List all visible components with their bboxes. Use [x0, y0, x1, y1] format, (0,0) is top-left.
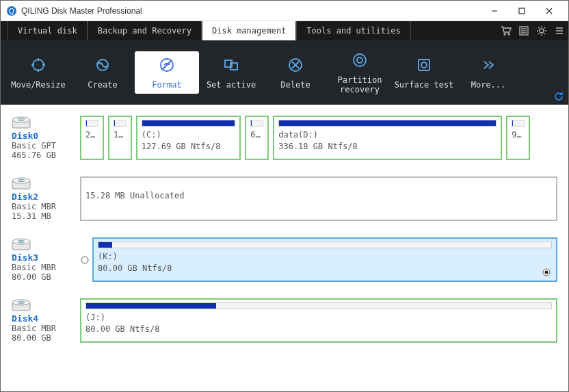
partition[interactable]: 99...	[506, 116, 530, 160]
usage-bar	[114, 120, 127, 127]
usage-bar	[512, 120, 525, 127]
svg-line-19	[162, 60, 172, 70]
svg-point-31	[18, 118, 25, 120]
tool-label: Move/Resize	[11, 80, 65, 90]
partition[interactable]: 65...	[245, 116, 269, 160]
settings-icon[interactable]	[533, 21, 551, 40]
svg-point-6	[504, 34, 505, 35]
partition-size: 65...	[250, 129, 263, 141]
window-title: QILING Disk Master Professional	[21, 6, 481, 16]
partition[interactable]: (J:)80.00 GB Ntfs/8	[80, 298, 557, 343]
partition-container: 26...16...(C:)127.69 GB Ntfs/865...data(…	[80, 116, 557, 160]
tool-more[interactable]: More...	[456, 51, 520, 94]
tool-partition-recovery[interactable]: Partition recovery	[328, 47, 392, 99]
tool-move-resize[interactable]: Move/Resize	[6, 51, 70, 94]
format-icon	[157, 55, 176, 75]
disk-info: Disk2Basic MBR15.31 MB	[12, 177, 80, 221]
svg-point-7	[508, 34, 510, 35]
create-icon	[93, 55, 112, 75]
move-resize-icon	[29, 55, 48, 75]
minimize-button[interactable]	[481, 1, 508, 21]
svg-point-26	[357, 57, 362, 63]
partition[interactable]: 16...	[108, 116, 132, 160]
partition-size: 336.18 GB Ntfs/8	[278, 141, 497, 153]
set-active-icon	[222, 55, 241, 75]
partition-label: (C:)	[142, 129, 236, 141]
partition-label: data(D:)	[278, 129, 497, 141]
partition[interactable]: (C:)127.69 GB Ntfs/8	[136, 116, 241, 160]
svg-point-38	[81, 257, 88, 263]
disk-info: Disk4Basic MBR80.00 GB	[12, 298, 80, 343]
title-bar: Q QILING Disk Master Professional	[1, 1, 568, 21]
tool-surface-test[interactable]: Surface test	[392, 51, 456, 94]
partition[interactable]: (K:)80.00 GB Ntfs/8	[92, 237, 557, 282]
partition[interactable]: data(D:)336.18 GB Ntfs/8	[273, 116, 502, 160]
usage-bar	[85, 120, 98, 127]
svg-point-16	[33, 60, 44, 70]
more-icon	[479, 55, 498, 75]
svg-point-34	[18, 179, 25, 181]
usage-bar	[142, 120, 236, 127]
disk-type: Basic MBR	[12, 202, 80, 211]
disk-type: Basic GPT	[12, 141, 80, 151]
tool-create[interactable]: Create	[70, 51, 135, 94]
partition-radio[interactable]	[542, 268, 551, 276]
tab-disk-management[interactable]: Disk management	[202, 21, 296, 40]
close-button[interactable]	[535, 1, 563, 21]
disk-name: Disk2	[12, 192, 80, 202]
maximize-button[interactable]	[508, 1, 535, 21]
svg-point-25	[354, 54, 366, 66]
svg-point-40	[545, 271, 548, 274]
svg-point-28	[421, 62, 427, 68]
tool-delete[interactable]: Delete	[263, 51, 328, 94]
tool-set-active[interactable]: Set active	[199, 51, 263, 94]
tool-label: Format	[152, 80, 181, 90]
tool-format[interactable]: Format	[135, 51, 199, 94]
cart-icon[interactable]	[497, 21, 515, 40]
partition[interactable]: 15.28 MB Unallocated	[80, 177, 557, 221]
disk-name: Disk0	[12, 131, 80, 141]
tool-label: Partition recovery	[337, 75, 382, 95]
menu-icon[interactable]	[551, 21, 568, 40]
disk-icon	[12, 237, 31, 251]
disk-size: 80.00 GB	[12, 272, 80, 282]
tool-label: Surface test	[395, 80, 454, 90]
partition-size: 127.69 GB Ntfs/8	[142, 141, 236, 153]
disk-type: Basic MBR	[12, 263, 80, 272]
delete-icon	[286, 55, 305, 75]
partition-container: (K:)80.00 GB Ntfs/8	[92, 237, 557, 282]
partition-size: 99...	[512, 129, 525, 141]
disk-radio[interactable]	[80, 237, 90, 282]
svg-text:Q: Q	[9, 8, 14, 15]
svg-point-37	[18, 240, 25, 242]
svg-point-12	[540, 29, 544, 33]
partition-size: 80.00 GB Ntfs/8	[85, 324, 552, 335]
app-icon: Q	[6, 5, 17, 16]
partition-label: (J:)	[85, 312, 552, 324]
disk-info: Disk0Basic GPT465.76 GB	[12, 116, 80, 160]
main-tab-bar: Virtual diskBackup and RecoveryDisk mana…	[1, 21, 568, 40]
disk-row: Disk4Basic MBR80.00 GB(J:)80.00 GB Ntfs/…	[12, 298, 557, 343]
disk-type: Basic MBR	[12, 324, 80, 333]
disk-size: 80.00 GB	[12, 333, 80, 343]
partition-size: 80.00 GB Ntfs/8	[98, 263, 552, 274]
tab-virtual-disk[interactable]: Virtual disk	[8, 21, 88, 40]
svg-point-43	[18, 301, 25, 303]
tab-backup-and-recovery[interactable]: Backup and Recovery	[88, 21, 202, 40]
surface-test-icon	[414, 55, 434, 75]
list-icon[interactable]	[515, 21, 533, 40]
disk-name: Disk4	[12, 313, 80, 324]
action-toolbar: Move/ResizeCreateFormatSet activeDeleteP…	[1, 40, 568, 105]
disk-icon	[12, 116, 31, 129]
disk-icon	[12, 298, 31, 312]
disk-size: 465.76 GB	[12, 151, 80, 160]
disk-list: Disk0Basic GPT465.76 GB26...16...(C:)127…	[1, 105, 568, 391]
partition[interactable]: 26...	[80, 116, 104, 160]
usage-bar	[98, 241, 552, 248]
refresh-icon[interactable]	[553, 91, 564, 102]
tab-tools-and-utilities[interactable]: Tools and utilities	[296, 21, 410, 40]
partition-recovery-icon	[350, 51, 369, 70]
partition-size: 15.28 MB Unallocated	[85, 190, 552, 202]
disk-row: Disk2Basic MBR15.31 MB15.28 MB Unallocat…	[12, 177, 557, 221]
usage-bar	[85, 302, 552, 309]
